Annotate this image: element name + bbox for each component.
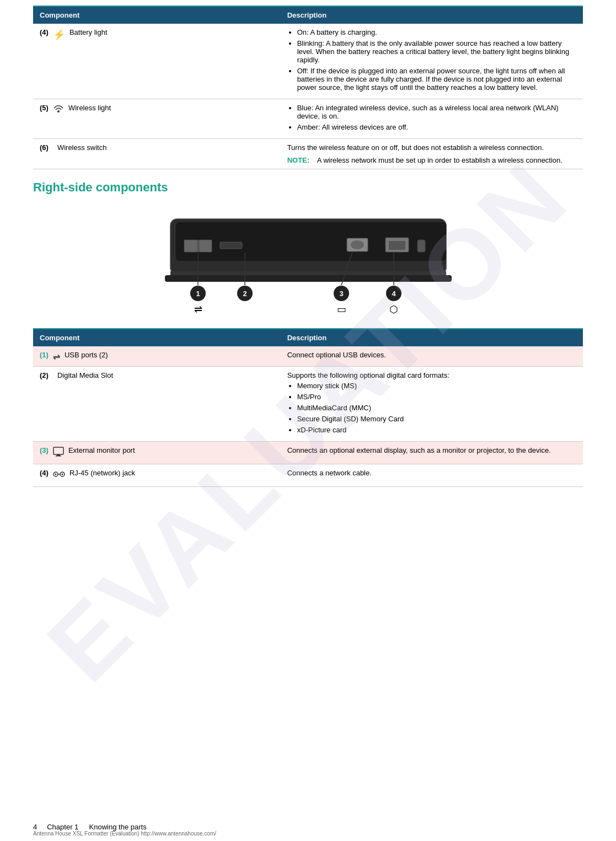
desc-paragraph: Supports the following optional digital … <box>287 371 576 379</box>
list-item: Memory stick (MS) <box>297 382 576 390</box>
svg-point-36 <box>61 474 63 475</box>
component-number: (2) <box>40 371 49 379</box>
component-label: Wireless switch <box>57 143 107 152</box>
table-row: (4) ⚡ Battery light On: A battery is cha… <box>33 24 583 99</box>
component-cell: (3) External monitor port <box>33 442 281 464</box>
svg-text:⇌: ⇌ <box>194 304 202 315</box>
component-label: USB ports (2) <box>65 351 108 359</box>
list-item: MS/Pro <box>297 393 576 401</box>
desc-text: Connect optional USB devices. <box>287 351 386 359</box>
top-component-table: Component Description (4) ⚡ Battery ligh… <box>33 7 583 169</box>
component-cell: (4) RJ-45 (network) jack <box>33 464 281 487</box>
table-row: (1) ⇌ USB ports (2) Connect optional USB… <box>33 346 583 367</box>
component-cell: (4) ⚡ Battery light <box>33 24 281 99</box>
svg-text:⬡: ⬡ <box>389 304 398 315</box>
table-row: (3) External monitor port Connects an op… <box>33 442 583 464</box>
component-row-inner: (1) ⇌ USB ports (2) <box>40 351 274 362</box>
top-header-component: Component <box>33 7 281 24</box>
component-row-inner: (4) RJ-45 (network) jack <box>40 469 274 482</box>
description-cell: Connects a network cable. <box>281 464 583 487</box>
footer-chapter-title: Knowing the parts <box>89 823 147 831</box>
footer-page-number: 4 <box>33 823 37 831</box>
section-heading: Right-side components <box>33 180 583 195</box>
desc-list: Memory stick (MS) MS/Pro MultiMediaCard … <box>287 382 576 434</box>
component-label: Wireless light <box>68 104 111 112</box>
bottom-header-component: Component <box>33 329 281 346</box>
svg-rect-6 <box>220 242 242 249</box>
list-item: Off: If the device is plugged into an ex… <box>297 67 576 92</box>
component-number: (3) <box>40 446 49 454</box>
component-cell: (2) Digital Media Slot <box>33 367 281 442</box>
table-row: (2) Digital Media Slot Supports the foll… <box>33 367 583 442</box>
desc-text: Connects a network cable. <box>287 469 372 477</box>
svg-rect-29 <box>53 447 63 454</box>
description-cell: Connects an optional external display, s… <box>281 442 583 464</box>
svg-text:2: 2 <box>243 290 247 298</box>
note-label: NOTE: <box>287 156 309 164</box>
component-row-inner: (6) Wireless switch <box>40 143 274 152</box>
footer-spacer <box>82 823 85 831</box>
table-row: (5) Wireless light <box>33 99 583 139</box>
footer-antenna-text: Antenna House XSL Formatter (Evaluation)… <box>33 831 583 837</box>
svg-text:▭: ▭ <box>336 304 346 315</box>
bottom-table-header: Component Description <box>33 329 583 346</box>
monitor-icon <box>53 447 64 459</box>
desc-text: Connects an optional external display, s… <box>287 446 551 454</box>
svg-rect-31 <box>56 456 61 457</box>
svg-rect-4 <box>184 240 197 252</box>
list-item: MultiMediaCard (MMC) <box>297 404 576 412</box>
component-number: (1) <box>40 351 49 359</box>
svg-point-0 <box>57 110 60 113</box>
list-item: xD-Picture card <box>297 426 576 434</box>
laptop-svg: 1 2 3 4 ⇌ ▭ ⬡ <box>154 202 463 318</box>
svg-rect-5 <box>199 240 212 252</box>
component-cell: (5) Wireless light <box>33 99 281 139</box>
svg-rect-30 <box>57 454 60 456</box>
list-item: Amber: All wireless devices are off. <box>297 123 576 131</box>
list-item: Blinking: A battery that is the only ava… <box>297 39 576 64</box>
bottom-table-body: (1) ⇌ USB ports (2) Connect optional USB… <box>33 346 583 487</box>
table-row: (6) Wireless switch Turns the wireless f… <box>33 139 583 169</box>
svg-point-8 <box>351 240 364 249</box>
top-table-header: Component Description <box>33 7 583 24</box>
list-item: Blue: An integrated wireless device, suc… <box>297 104 576 120</box>
description-cell: Turns the wireless feature on or off, bu… <box>281 139 583 169</box>
description-cell: On: A battery is charging. Blinking: A b… <box>281 24 583 99</box>
component-number: (4) <box>40 28 49 36</box>
component-label: Battery light <box>69 28 108 36</box>
table-row: (4) RJ-45 (network) jack <box>33 464 583 487</box>
svg-text:3: 3 <box>339 290 343 298</box>
description-cell: Blue: An integrated wireless device, suc… <box>281 99 583 139</box>
component-row-inner: (4) ⚡ Battery light <box>40 28 274 41</box>
note-paragraph: NOTE: A wireless network must be set up … <box>287 156 576 164</box>
svg-point-35 <box>55 474 56 475</box>
component-number: (4) <box>40 469 49 477</box>
wireless-icon <box>53 104 64 116</box>
component-number: (6) <box>40 143 49 152</box>
component-label: Digital Media Slot <box>57 371 113 379</box>
list-item: On: A battery is charging. <box>297 28 576 36</box>
component-row-inner: (3) External monitor port <box>40 446 274 459</box>
top-table-body: (4) ⚡ Battery light On: A battery is cha… <box>33 24 583 169</box>
bottom-component-table: Component Description (1) ⇌ USB ports (2… <box>33 329 583 487</box>
usb-icon: ⇌ <box>53 351 60 362</box>
top-header-description: Description <box>281 7 583 24</box>
svg-text:1: 1 <box>196 290 200 298</box>
component-cell: (6) Wireless switch <box>33 139 281 169</box>
footer-chapter-label: Chapter 1 <box>47 823 78 831</box>
component-cell: (1) ⇌ USB ports (2) <box>33 346 281 367</box>
component-number: (5) <box>40 104 49 112</box>
desc-paragraph: Turns the wireless feature on or off, bu… <box>287 143 576 152</box>
desc-list: Blue: An integrated wireless device, suc… <box>287 104 576 131</box>
svg-rect-10 <box>389 241 405 250</box>
list-item: Secure Digital (SD) Memory Card <box>297 415 576 423</box>
description-cell: Connect optional USB devices. <box>281 346 583 367</box>
page-content: Component Description (4) ⚡ Battery ligh… <box>0 0 616 487</box>
bottom-header-description: Description <box>281 329 583 346</box>
svg-rect-11 <box>417 240 425 252</box>
desc-list: On: A battery is charging. Blinking: A b… <box>287 28 576 92</box>
description-cell: Supports the following optional digital … <box>281 367 583 442</box>
network-icon <box>53 469 65 482</box>
component-label: External monitor port <box>68 446 135 454</box>
svg-text:4: 4 <box>392 290 396 298</box>
